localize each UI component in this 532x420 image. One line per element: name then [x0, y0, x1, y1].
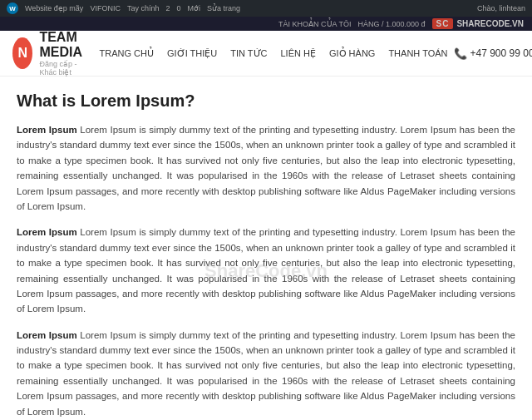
vifonic-label: VIFONIC — [90, 4, 121, 12]
brand-tagline: Đăng cấp - Khác biệt — [39, 60, 93, 77]
wp-logo-icon: W — [7, 2, 18, 14]
nav-checkout[interactable]: THANH TOÁN — [382, 45, 453, 62]
edit-page-label: Sửa trang — [207, 4, 240, 12]
brand-name: TEAM MEDIA — [39, 30, 93, 59]
admin-greeting: Chào, linhtean — [477, 4, 525, 12]
paragraph-3: Lorem Ipsum Lorem Ipsum is simply dummy … — [17, 328, 515, 419]
admin-bar: W Website đẹp mãy VIFONIC Tay chính 2 0 … — [0, 0, 532, 17]
logo-text: TEAM MEDIA Đăng cấp - Khác biệt — [39, 30, 93, 76]
sharecode-name: SHARECODE.VN — [456, 19, 524, 28]
nav-home[interactable]: TRANG CHỦ — [94, 45, 160, 62]
wp-logo-item[interactable]: W — [7, 2, 18, 14]
count2-item[interactable]: 2 — [165, 4, 170, 12]
main-content: What is Lorem Ipsum? Lorem Ipsum Lorem I… — [0, 77, 532, 420]
site-name-item[interactable]: Website đẹp mãy — [25, 4, 83, 12]
cart-label: HÀNG / 1.000.000 đ — [357, 20, 425, 28]
new-item[interactable]: Mới — [187, 4, 200, 12]
count0-item[interactable]: 0 — [176, 4, 180, 12]
sharecode-logo: SC SHARECODE.VN — [432, 18, 524, 29]
sharecode-account-bar: TÀI KHOẢN CỦA TÔI HÀNG / 1.000.000 đ SC … — [0, 17, 532, 31]
count0-label: 0 — [176, 4, 180, 12]
header-phone: 📞 +47 900 99 000 — [454, 47, 533, 60]
logo-icon: N — [12, 37, 32, 69]
edit-page-item[interactable]: Sửa trang — [207, 4, 240, 12]
new-label: Mới — [187, 4, 200, 12]
phone-number: +47 900 99 000 — [470, 47, 533, 59]
paragraph-1: Lorem Ipsum Lorem Ipsum is simply dummy … — [17, 122, 515, 214]
logo-area[interactable]: N TEAM MEDIA Đăng cấp - Khác biệt — [12, 30, 94, 76]
account-label: TÀI KHOẢN CỦA TÔI — [278, 20, 351, 28]
paragraph-2: Lorem Ipsum Lorem Ipsum is simply dummy … — [17, 225, 515, 316]
phone-icon: 📞 — [454, 47, 467, 60]
site-name-label: Website đẹp mãy — [25, 4, 83, 12]
nav-news[interactable]: TIN TỨC — [224, 45, 273, 62]
vifonic-item[interactable]: VIFONIC — [90, 4, 121, 12]
nav-contact[interactable]: LIÊN HỆ — [274, 45, 321, 62]
site-header: N TEAM MEDIA Đăng cấp - Khác biệt TRANG … — [0, 31, 532, 77]
sc-badge: SC — [432, 18, 454, 29]
count2-label: 2 — [165, 4, 170, 12]
taychinhlabel: Tay chính — [127, 4, 160, 12]
page-title: What is Lorem Ipsum? — [17, 91, 515, 111]
content-area: Lorem Ipsum Lorem Ipsum is simply dummy … — [17, 122, 515, 419]
taychinhitem[interactable]: Tay chính — [127, 4, 160, 12]
nav-about[interactable]: GIỚI THIỆU — [161, 45, 223, 62]
main-nav: TRANG CHỦ GIỚI THIỆU TIN TỨC LIÊN HỆ GIỎ… — [94, 45, 454, 62]
nav-cart[interactable]: GIỎ HÀNG — [323, 45, 381, 62]
